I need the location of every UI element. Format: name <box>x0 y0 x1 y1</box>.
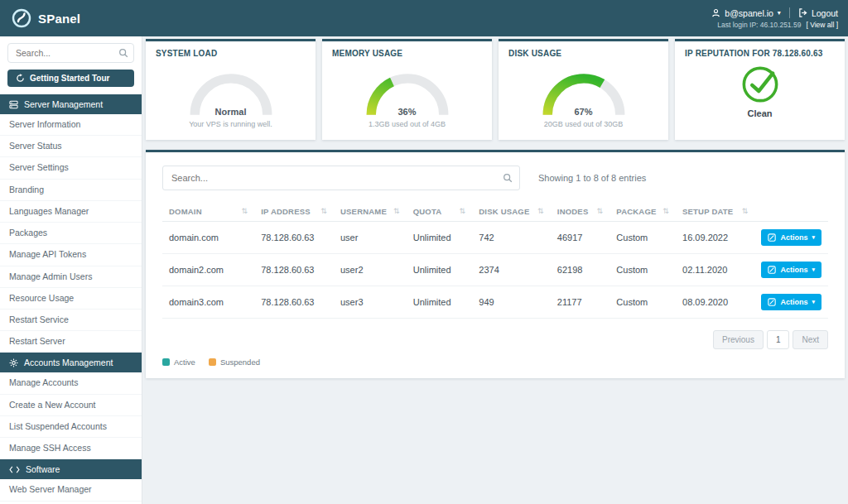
gauge-value: 67% <box>529 107 638 118</box>
sidebar-item-list-suspended-accounts[interactable]: List Suspended Accounts <box>0 416 142 438</box>
sort-icon: ⇅ <box>537 207 544 215</box>
column-header-setup-date[interactable]: Setup Date⇅ <box>676 202 754 222</box>
sort-icon: ⇅ <box>597 207 604 215</box>
table-search-input[interactable] <box>162 166 520 190</box>
sort-icon: ⇅ <box>460 207 466 215</box>
sort-icon: ⇅ <box>241 207 248 215</box>
sidebar-item-manage-accounts[interactable]: Manage Accounts <box>0 372 142 394</box>
cell-disk-usage: 742 <box>472 222 551 254</box>
cell-inodes: 62198 <box>551 254 610 286</box>
cell-package: Custom <box>610 254 676 286</box>
cell-package: Custom <box>610 286 676 319</box>
card-title: IP REPUTATION FOR 78.128.60.63 <box>685 49 823 58</box>
column-header-domain[interactable]: Domain⇅ <box>162 202 254 222</box>
actions-label: Actions <box>780 266 807 274</box>
actions-label: Actions <box>780 298 807 306</box>
sidebar-item-manage-ssh-access[interactable]: Manage SSH Access <box>0 438 142 459</box>
last-login-ip: Last login IP: 46.10.251.59 <box>717 21 801 29</box>
gauge: 36% <box>353 60 462 118</box>
card-title: SYSTEM LOAD <box>156 49 217 58</box>
pagination: Previous 1 Next <box>162 330 828 349</box>
sidebar-item-manage-api-tokens[interactable]: Manage API Tokens <box>0 244 142 266</box>
table-header-row: Domain⇅IP Address⇅Username⇅Quota⇅Disk Us… <box>162 202 828 222</box>
cell-quota: Unlimited <box>407 254 473 286</box>
section-label: Software <box>26 464 60 474</box>
pagination-next[interactable]: Next <box>793 330 828 349</box>
sidebar-item-server-information[interactable]: Server Information <box>0 114 142 136</box>
sidebar-item-server-settings[interactable]: Server Settings <box>0 157 142 179</box>
cell-setup-date: 16.09.2022 <box>676 222 754 254</box>
cell-username: user2 <box>334 254 407 286</box>
user-menu[interactable]: b@spanel.io ▾ <box>711 8 781 18</box>
pagination-previous[interactable]: Previous <box>713 330 764 349</box>
sidebar-item-web-server-manager[interactable]: Web Server Manager <box>0 479 142 501</box>
sidebar-item-packages[interactable]: Packages <box>0 223 142 244</box>
cell-disk-usage: 2374 <box>472 254 551 286</box>
cell-disk-usage: 949 <box>472 286 551 319</box>
actions-button[interactable]: Actions▾ <box>761 229 822 246</box>
card-memory-usage: MEMORY USAGE36%1.3GB used out of 4GB <box>322 39 492 140</box>
gauge-subtitle: Your VPS is running well. <box>189 120 272 128</box>
table-row: domain2.com78.128.60.63user2Unlimited237… <box>162 254 828 286</box>
gear-icon <box>9 358 18 367</box>
edit-icon <box>768 266 776 274</box>
cell-inodes: 21177 <box>551 286 610 319</box>
card-title: MEMORY USAGE <box>332 49 402 58</box>
accounts-panel: Showing 1 to 8 of 8 entries Domain⇅IP Ad… <box>146 150 845 378</box>
server-icon <box>9 100 18 109</box>
edit-icon <box>768 233 776 242</box>
sidebar-item-resource-usage[interactable]: Resource Usage <box>0 288 142 310</box>
column-header-inodes[interactable]: Inodes⇅ <box>551 202 610 222</box>
sidebar-item-restart-service[interactable]: Restart Service <box>0 310 142 331</box>
column-header-package[interactable]: Package⇅ <box>610 202 676 222</box>
column-header-ip-address[interactable]: IP Address⇅ <box>254 202 334 222</box>
sidebar-item-languages-manager[interactable]: Languages Manager <box>0 201 142 223</box>
section-label: Accounts Management <box>24 358 113 367</box>
cell-domain: domain2.com <box>162 254 254 286</box>
logout-label: Logout <box>812 8 838 18</box>
card-ip-reputation-for-78-128-60-63: IP REPUTATION FOR 78.128.60.63Clean <box>675 39 845 140</box>
sidebar-item-create-a-new-account[interactable]: Create a New Account <box>0 395 142 416</box>
sidebar-item-softaculous-one-click-installer[interactable]: Softaculous One Click Installer <box>0 502 142 504</box>
cell-actions: Actions▾ <box>754 286 828 319</box>
sidebar-item-branding[interactable]: Branding <box>0 180 142 201</box>
cell-ip: 78.128.60.63 <box>254 222 334 254</box>
tour-button-label: Getting Started Tour <box>30 74 109 83</box>
cell-setup-date: 02.11.2020 <box>676 254 754 286</box>
column-header-username[interactable]: Username⇅ <box>334 202 407 222</box>
cell-ip: 78.128.60.63 <box>254 254 334 286</box>
column-header-quota[interactable]: Quota⇅ <box>407 202 473 222</box>
accounts-table: Domain⇅IP Address⇅Username⇅Quota⇅Disk Us… <box>162 202 828 319</box>
actions-button[interactable]: Actions▾ <box>761 294 822 310</box>
sidebar-section-server-management[interactable]: Server Management <box>0 94 142 114</box>
sidebar-search-input[interactable] <box>7 43 134 63</box>
logout-button[interactable]: Logout <box>798 8 838 18</box>
getting-started-tour-button[interactable]: Getting Started Tour <box>7 70 134 87</box>
column-label: Disk Usage <box>479 207 529 216</box>
sidebar-section-software[interactable]: Software <box>0 459 142 479</box>
actions-button[interactable]: Actions▾ <box>761 262 822 278</box>
column-header-disk-usage[interactable]: Disk Usage⇅ <box>472 202 551 222</box>
card-title: DISK USAGE <box>508 49 561 58</box>
gauge: Normal <box>176 60 286 118</box>
showing-entries: Showing 1 to 8 of 8 entries <box>538 173 646 183</box>
sidebar-item-manage-admin-users[interactable]: Manage Admin Users <box>0 266 142 288</box>
search-icon <box>503 173 513 183</box>
sidebar-item-restart-server[interactable]: Restart Server <box>0 331 142 353</box>
card-disk-usage: DISK USAGE67%20GB used out of 30GB <box>499 39 668 140</box>
edit-icon <box>768 298 776 306</box>
main-content: SYSTEM LOADNormalYour VPS is running wel… <box>142 36 848 504</box>
sidebar: Getting Started Tour Server ManagementSe… <box>0 36 142 504</box>
pagination-page-1[interactable]: 1 <box>767 330 790 349</box>
table-row: domain3.com78.128.60.63user3Unlimited949… <box>162 286 828 319</box>
cell-setup-date: 08.09.2020 <box>676 286 754 319</box>
legend-suspended: Suspended <box>209 358 260 367</box>
cell-quota: Unlimited <box>407 286 473 319</box>
sidebar-nav: Server ManagementServer InformationServe… <box>0 94 142 504</box>
sidebar-section-accounts-management[interactable]: Accounts Management <box>0 353 142 372</box>
topbar: SPanel b@spanel.io ▾ <box>0 0 848 36</box>
view-all-link[interactable]: [ View all ] <box>806 21 838 29</box>
sidebar-item-server-status[interactable]: Server Status <box>0 136 142 157</box>
check-circle-icon <box>740 64 781 105</box>
brand[interactable]: SPanel <box>12 8 80 28</box>
